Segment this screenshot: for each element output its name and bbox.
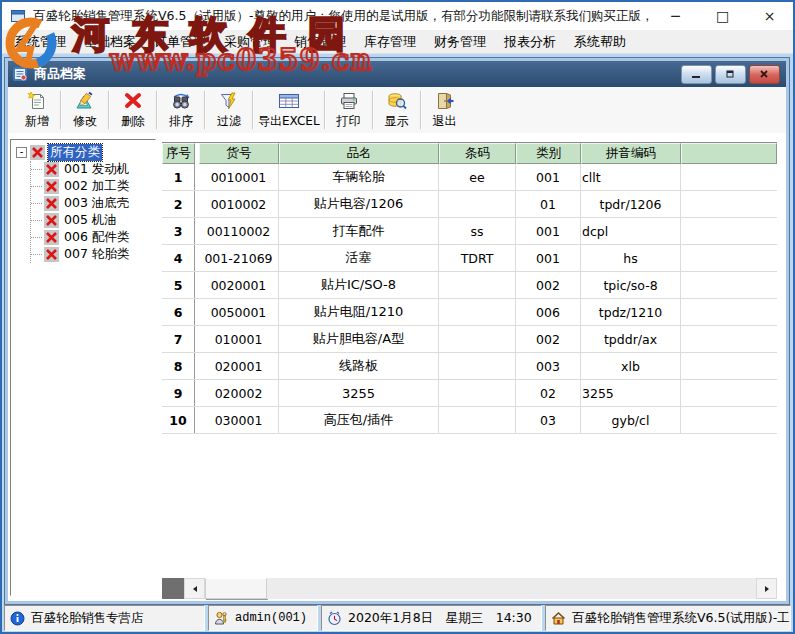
table-cell[interactable]: 3255 <box>581 380 681 406</box>
table-cell[interactable]: 002 <box>516 326 581 352</box>
table-cell[interactable]: gyb/cl <box>581 407 681 433</box>
table-cell[interactable]: 0050001 <box>199 299 279 325</box>
table-cell[interactable]: tpdr/1206 <box>581 191 681 217</box>
menu-item-9[interactable]: 系统帮助 <box>565 30 635 54</box>
table-row[interactable]: 7010001贴片胆电容/A型002tpddr/ax <box>162 326 777 353</box>
table-cell[interactable]: hs <box>581 245 681 271</box>
table-cell[interactable]: 01 <box>516 191 581 217</box>
table-row[interactable]: 300110002打车配件ss001dcpl <box>162 218 777 245</box>
doc-close-icon[interactable] <box>749 65 780 84</box>
table-cell[interactable]: 03 <box>516 407 581 433</box>
table-cell[interactable]: 6 <box>162 299 195 325</box>
table-cell[interactable]: 010001 <box>199 326 279 352</box>
table-cell[interactable] <box>439 380 516 406</box>
menu-item-4[interactable]: 采购管理 <box>215 30 285 54</box>
column-header[interactable]: 货号 <box>199 143 279 164</box>
toolbar-delete-button[interactable]: 删除 <box>112 87 154 133</box>
tree-item[interactable]: 003 油底壳 <box>31 195 155 212</box>
table-cell[interactable]: 02 <box>516 380 581 406</box>
scroll-left-button[interactable] <box>184 578 205 599</box>
table-cell[interactable] <box>439 326 516 352</box>
scrollbar-thumb[interactable] <box>205 578 267 599</box>
table-cell[interactable]: 7 <box>162 326 195 352</box>
table-row[interactable]: 60050001贴片电阻/1210006tpdz/1210 <box>162 299 777 326</box>
menu-item-1[interactable]: 系统管理 <box>5 30 75 54</box>
toolbar-print-button[interactable]: 打印 <box>328 87 370 133</box>
table-cell[interactable]: 贴片电阻/1210 <box>279 299 439 325</box>
column-header[interactable]: 条码 <box>439 143 516 164</box>
table-row[interactable]: 10030001高压包/插件03gyb/cl <box>162 407 777 434</box>
table-cell[interactable]: 1 <box>162 164 195 190</box>
table-cell[interactable]: 贴片胆电容/A型 <box>279 326 439 352</box>
table-cell[interactable]: tpddr/ax <box>581 326 681 352</box>
table-cell[interactable]: 020002 <box>199 380 279 406</box>
tree-item-label[interactable]: 006 配件类 <box>62 229 131 246</box>
table-cell[interactable] <box>439 353 516 379</box>
table-cell[interactable]: TDRT <box>439 245 516 271</box>
tree-item-label[interactable]: 007 轮胎类 <box>62 246 131 263</box>
table-cell[interactable]: 001-21069 <box>199 245 279 271</box>
table-cell[interactable]: 030001 <box>199 407 279 433</box>
table-cell[interactable]: 10 <box>162 407 195 433</box>
menu-item-3[interactable]: 订单管理 <box>145 30 215 54</box>
table-cell[interactable]: 活塞 <box>279 245 439 271</box>
tree-expander-icon[interactable]: - <box>16 147 27 158</box>
table-cell[interactable]: 4 <box>162 245 195 271</box>
table-row[interactable]: 20010002贴片电容/120601tpdr/1206 <box>162 191 777 218</box>
tree-item[interactable]: 007 轮胎类 <box>31 246 155 263</box>
toolbar-new-button[interactable]: 新增 <box>16 87 58 133</box>
tree-item-label[interactable]: 005 机油 <box>62 212 119 229</box>
table-row[interactable]: 8020001线路板003xlb <box>162 353 777 380</box>
table-cell[interactable]: 3255 <box>279 380 439 406</box>
table-cell[interactable]: 3 <box>162 218 195 244</box>
tree-item[interactable]: 002 加工类 <box>31 178 155 195</box>
table-cell[interactable] <box>439 272 516 298</box>
table-cell[interactable]: tpdz/1210 <box>581 299 681 325</box>
table-cell[interactable]: 线路板 <box>279 353 439 379</box>
table-row[interactable]: 50020001贴片IC/SO-8002tpic/so-8 <box>162 272 777 299</box>
menu-item-2[interactable]: 基础档案 <box>75 30 145 54</box>
table-cell[interactable]: 贴片电容/1206 <box>279 191 439 217</box>
table-cell[interactable] <box>439 407 516 433</box>
table-cell[interactable]: 001 <box>516 164 581 190</box>
table-cell[interactable]: xlb <box>581 353 681 379</box>
table-cell[interactable]: 9 <box>162 380 195 406</box>
toolbar-excel-button[interactable]: 导出EXCEL <box>256 87 322 133</box>
minimize-icon[interactable]: ─ <box>652 2 699 30</box>
menu-item-6[interactable]: 库存管理 <box>355 30 425 54</box>
table-cell[interactable]: cllt <box>581 164 681 190</box>
table-cell[interactable]: ss <box>439 218 516 244</box>
table-row[interactable]: 90200023255023255 <box>162 380 777 407</box>
table-cell[interactable]: 003 <box>516 353 581 379</box>
column-header[interactable]: 类别 <box>516 143 581 164</box>
doc-restore-icon[interactable] <box>715 65 746 84</box>
table-cell[interactable]: 001 <box>516 245 581 271</box>
tree-root-item[interactable]: -所有分类 <box>16 144 155 161</box>
table-cell[interactable]: 0020001 <box>199 272 279 298</box>
table-cell[interactable]: tpic/so-8 <box>581 272 681 298</box>
table-cell[interactable] <box>439 299 516 325</box>
doc-minimize-icon[interactable] <box>681 65 712 84</box>
table-cell[interactable]: ee <box>439 164 516 190</box>
table-cell[interactable]: 打车配件 <box>279 218 439 244</box>
table-cell[interactable]: 006 <box>516 299 581 325</box>
toolbar-show-button[interactable]: 显示 <box>376 87 418 133</box>
table-cell[interactable]: dcpl <box>581 218 681 244</box>
table-cell[interactable]: 002 <box>516 272 581 298</box>
table-cell[interactable]: 0010002 <box>199 191 279 217</box>
column-header[interactable]: 序号 <box>162 143 195 164</box>
menu-item-5[interactable]: 销售管理 <box>285 30 355 54</box>
table-cell[interactable]: 001 <box>516 218 581 244</box>
toolbar-sort-button[interactable]: 排序 <box>160 87 202 133</box>
scroll-right-button[interactable] <box>756 578 777 599</box>
tree-item[interactable]: 006 配件类 <box>31 229 155 246</box>
table-cell[interactable]: 车辆轮胎 <box>279 164 439 190</box>
table-cell[interactable]: 020001 <box>199 353 279 379</box>
table-cell[interactable]: 5 <box>162 272 195 298</box>
tree-item-label[interactable]: 003 油底壳 <box>62 195 131 212</box>
tree-item-label[interactable]: 001 发动机 <box>62 161 131 178</box>
table-cell[interactable] <box>439 191 516 217</box>
close-icon[interactable]: × <box>746 2 793 30</box>
table-cell[interactable]: 00110002 <box>199 218 279 244</box>
maximize-icon[interactable]: □ <box>699 2 746 30</box>
